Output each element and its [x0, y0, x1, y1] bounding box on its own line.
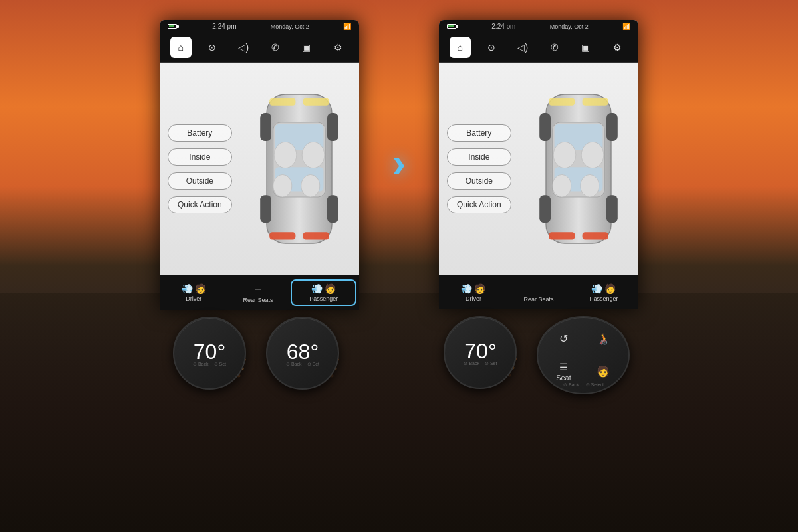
transition-arrow: › [392, 140, 406, 186]
seat-control-wheel[interactable]: ↺ 🧑‍🦽 ☰ Seat 🧑 ⊙ [537, 316, 633, 396]
tab-bar-right: 💨 🧑 Driver — Rear Seats 💨 🧑 Passenger [439, 275, 638, 309]
driver-icons-right: 💨 🧑 [461, 283, 485, 294]
nav-bar-left: ⌂ ⊙ ◁) ✆ ▣ ⚙ [160, 33, 359, 63]
driver-temp-circle[interactable]: 70° ⊙ Back ⊙ Set [173, 317, 246, 390]
svg-rect-11 [303, 232, 329, 239]
climate-right: 70° ⊙ Back ⊙ Set ↺ [444, 316, 633, 396]
tab-passenger-right[interactable]: 💨 🧑 Passenger [572, 281, 636, 305]
nav-home-left[interactable]: ⌂ [170, 37, 192, 58]
svg-point-4 [275, 142, 297, 168]
car-svg-right [532, 82, 625, 255]
svg-rect-57 [583, 98, 608, 106]
main-container: 2:24 pm Monday, Oct 2 📶 ⌂ ⊙ ◁) ✆ ▣ ⚙ Bat… [0, 0, 798, 532]
menu-outside-right[interactable]: Outside [447, 172, 511, 190]
nav-location-right[interactable]: ⊙ [481, 37, 502, 58]
nav-volume-left[interactable]: ◁) [233, 37, 254, 58]
tab-driver-left[interactable]: 💨 🧑 Driver [162, 281, 225, 305]
nav-calendar-right[interactable]: ▣ [575, 37, 597, 58]
menu-inside-right[interactable]: Inside [447, 148, 511, 166]
screen-content-left: Battery Inside Outside Quick Action [160, 63, 359, 275]
passenger-temp: 68° [286, 340, 319, 364]
svg-rect-63 [606, 195, 618, 223]
status-time-right: 2:24 pm [491, 23, 515, 30]
svg-rect-61 [606, 113, 618, 141]
svg-point-6 [273, 174, 292, 197]
driver-icons-left: 💨 🧑 [182, 283, 206, 294]
svg-rect-59 [583, 232, 608, 239]
svg-rect-60 [540, 113, 551, 141]
svg-point-5 [303, 142, 325, 168]
rear-label-left: Rear Seats [243, 297, 273, 303]
menu-inside-left[interactable]: Inside [168, 148, 232, 166]
seat-select-label: Select [591, 382, 603, 387]
tab-passenger-left[interactable]: 💨 🧑 Passenger [291, 279, 356, 306]
svg-point-52 [554, 142, 577, 168]
driver-temp-right: 70° [464, 339, 497, 364]
svg-rect-56 [549, 98, 575, 106]
menu-quickaction-left[interactable]: Quick Action [168, 196, 232, 213]
menu-battery-right[interactable]: Battery [447, 124, 511, 142]
wifi-icon-right: 📶 [622, 23, 630, 30]
menu-list-left: Battery Inside Outside Quick Action [160, 63, 240, 275]
passenger-label-right: Passenger [589, 295, 618, 302]
wifi-icon-left: 📶 [343, 23, 351, 30]
passenger-icons-left: 💨 🧑 [311, 283, 336, 294]
svg-point-55 [581, 174, 599, 197]
svg-rect-13 [327, 113, 338, 141]
left-screen: 2:24 pm Monday, Oct 2 📶 ⌂ ⊙ ◁) ✆ ▣ ⚙ Bat… [160, 20, 359, 310]
passenger-dial[interactable]: 68° ⊙ Back ⊙ Set [266, 317, 346, 396]
driver-label-left: Driver [186, 295, 201, 302]
nav-volume-right[interactable]: ◁) [512, 37, 533, 58]
status-bar-left: 2:24 pm Monday, Oct 2 📶 [160, 20, 359, 33]
right-screen: 2:24 pm Monday, Oct 2 📶 ⌂ ⊙ ◁) ✆ ▣ ⚙ Bat… [439, 20, 638, 309]
svg-rect-10 [270, 232, 296, 239]
svg-rect-12 [261, 113, 272, 141]
tab-rear-right[interactable]: — Rear Seats [507, 279, 571, 305]
seat-circle[interactable]: ↺ 🧑‍🦽 ☰ Seat 🧑 ⊙ [537, 316, 630, 394]
passenger-temp-circle[interactable]: 68° ⊙ Back ⊙ Set [266, 317, 339, 390]
passenger-label-left: Passenger [309, 295, 338, 302]
climate-left: 70° ⊙ Back ⊙ Set [173, 317, 346, 396]
nav-settings-left[interactable]: ⚙ [327, 37, 348, 58]
menu-quickaction-right[interactable]: Quick Action [447, 196, 511, 213]
status-date-left: Monday, Oct 2 [271, 23, 309, 30]
tab-driver-right[interactable]: 💨 🧑 Driver [442, 281, 505, 305]
passenger-icons-right: 💨 🧑 [591, 283, 616, 294]
rear-icons-left: — [255, 285, 261, 293]
status-time-left: 2:24 pm [212, 23, 236, 30]
car-svg-left [253, 82, 346, 255]
seat-ctrl-tl[interactable]: ↺ [545, 324, 582, 354]
nav-phone-right[interactable]: ✆ [544, 37, 565, 58]
car-top-view-right [519, 63, 638, 275]
svg-rect-8 [270, 98, 296, 106]
tab-rear-left[interactable]: — Rear Seats [227, 280, 290, 306]
driver-temp-circle-right[interactable]: 70° ⊙ Back ⊙ Set [444, 316, 517, 389]
svg-rect-62 [540, 195, 551, 223]
driver-label-right: Driver [466, 295, 481, 302]
status-date-right: Monday, Oct 2 [550, 23, 589, 30]
nav-bar-right: ⌂ ⊙ ◁) ✆ ▣ ⚙ [439, 33, 638, 63]
nav-calendar-left[interactable]: ▣ [296, 37, 317, 58]
menu-battery-left[interactable]: Battery [168, 124, 232, 142]
nav-phone-left[interactable]: ✆ [265, 37, 286, 58]
svg-rect-58 [549, 232, 575, 239]
svg-rect-14 [261, 195, 272, 223]
menu-outside-left[interactable]: Outside [168, 172, 232, 190]
driver-dial[interactable]: 70° ⊙ Back ⊙ Set [173, 317, 253, 396]
driver-dial-right[interactable]: 70° ⊙ Back ⊙ Set [444, 316, 523, 396]
rear-icons-right: — [535, 285, 542, 292]
seat-ctrl-tr[interactable]: 🧑‍🦽 [585, 324, 622, 354]
nav-home-right[interactable]: ⌂ [450, 37, 471, 58]
driver-temp: 70° [193, 340, 226, 364]
svg-point-53 [582, 142, 604, 168]
nav-location-left[interactable]: ⊙ [201, 37, 223, 58]
nav-settings-right[interactable]: ⚙ [606, 37, 628, 58]
status-bar-right: 2:24 pm Monday, Oct 2 📶 [439, 20, 638, 33]
svg-point-54 [553, 174, 571, 197]
seat-label: Seat [556, 374, 571, 382]
rear-label-right: Rear Seats [523, 296, 553, 303]
menu-list-right: Battery Inside Outside Quick Action [439, 63, 519, 275]
tab-bar-left: 💨 🧑 Driver — Rear Seats 💨 🧑 Passenger [160, 275, 359, 310]
svg-rect-15 [327, 195, 338, 223]
left-screen-panel: 2:24 pm Monday, Oct 2 📶 ⌂ ⊙ ◁) ✆ ▣ ⚙ Bat… [153, 20, 366, 396]
